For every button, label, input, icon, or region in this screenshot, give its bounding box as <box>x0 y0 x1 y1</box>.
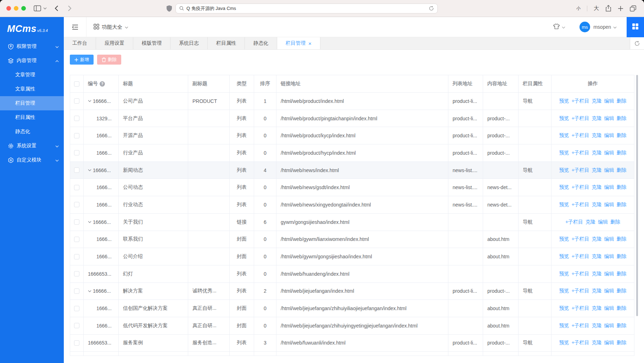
forward-button[interactable] <box>68 5 72 11</box>
chevron-down-icon[interactable] <box>613 24 617 30</box>
edit-link[interactable]: 编辑 <box>598 219 608 225</box>
tab[interactable]: 工作台 <box>64 37 96 49</box>
row-checkbox[interactable] <box>74 150 79 155</box>
row-checkbox[interactable] <box>74 202 79 207</box>
tab-close-icon[interactable]: × <box>308 41 312 46</box>
edit-link[interactable]: 编辑 <box>604 340 614 346</box>
clone-link[interactable]: 克隆 <box>586 219 595 225</box>
clone-link[interactable]: 克隆 <box>592 288 602 294</box>
sidebar-item-article-attr[interactable]: 文章属性 <box>0 82 64 96</box>
tab[interactable]: 模版管理 <box>133 37 170 49</box>
clone-link[interactable]: 克隆 <box>592 115 602 122</box>
row-checkbox[interactable] <box>74 219 79 225</box>
preview-link[interactable]: 预览 <box>559 184 569 191</box>
expand-caret-icon[interactable] <box>88 169 91 171</box>
apps-grid-button[interactable] <box>627 17 644 37</box>
add-button[interactable]: 新增 <box>70 55 94 65</box>
clone-link[interactable]: 克隆 <box>592 150 602 156</box>
edit-link[interactable]: 编辑 <box>604 253 614 260</box>
preview-link[interactable]: 预览 <box>559 288 569 294</box>
preview-link[interactable]: 预览 <box>559 167 569 174</box>
font-larger-button[interactable]: 大 <box>594 5 599 12</box>
minimize-window-button[interactable] <box>14 6 18 11</box>
edit-link[interactable]: 编辑 <box>604 271 614 277</box>
clone-link[interactable]: 克隆 <box>592 202 602 208</box>
sidebar-chevron-icon[interactable] <box>43 7 47 10</box>
clone-link[interactable]: 克隆 <box>592 253 602 260</box>
add-subcolumn-link[interactable]: +子栏目 <box>571 340 589 346</box>
clone-link[interactable]: 克隆 <box>592 167 602 174</box>
add-subcolumn-link[interactable]: +子栏目 <box>571 323 589 329</box>
app-menu-selector[interactable]: 功能大全 <box>94 24 128 31</box>
edit-link[interactable]: 编辑 <box>604 150 614 156</box>
row-checkbox[interactable] <box>74 133 79 138</box>
add-subcolumn-link[interactable]: +子栏目 <box>571 236 589 242</box>
expand-caret-icon[interactable] <box>88 100 91 102</box>
tab-overview-icon[interactable] <box>630 5 636 12</box>
row-checkbox[interactable] <box>74 185 79 190</box>
add-subcolumn-link[interactable]: +子栏目 <box>565 219 583 225</box>
row-checkbox[interactable] <box>74 288 79 294</box>
tab[interactable]: 应用设置 <box>96 37 133 49</box>
sidebar-item-content-mgmt[interactable]: 内容管理 <box>0 54 64 68</box>
zoom-window-button[interactable] <box>21 6 26 11</box>
close-window-button[interactable] <box>6 6 11 11</box>
delete-link[interactable]: 删除 <box>617 340 627 346</box>
delete-link[interactable]: 删除 <box>610 219 620 225</box>
add-subcolumn-link[interactable]: +子栏目 <box>571 167 589 174</box>
edit-link[interactable]: 编辑 <box>604 236 614 242</box>
delete-link[interactable]: 删除 <box>617 132 627 139</box>
row-checkbox[interactable] <box>74 306 79 311</box>
tab[interactable]: 系统日志 <box>170 37 208 49</box>
sidebar-item-column-mgmt[interactable]: 栏目管理 <box>0 96 64 110</box>
clone-link[interactable]: 克隆 <box>592 271 602 277</box>
delete-link[interactable]: 删除 <box>617 288 627 294</box>
back-button[interactable] <box>55 5 58 11</box>
row-checkbox[interactable] <box>74 98 79 104</box>
add-subcolumn-link[interactable]: +子栏目 <box>571 115 589 122</box>
preview-link[interactable]: 预览 <box>559 115 569 122</box>
delete-button[interactable]: 删除 <box>97 55 121 65</box>
delete-link[interactable]: 删除 <box>617 167 627 174</box>
delete-link[interactable]: 删除 <box>617 202 627 208</box>
sidebar-item-system[interactable]: 系统设置 <box>0 139 64 153</box>
delete-link[interactable]: 删除 <box>617 98 627 104</box>
add-subcolumn-link[interactable]: +子栏目 <box>571 150 589 156</box>
privacy-shield-icon[interactable] <box>167 5 172 12</box>
edit-link[interactable]: 编辑 <box>604 202 614 208</box>
preview-link[interactable]: 预览 <box>559 236 569 242</box>
row-checkbox[interactable] <box>74 254 79 259</box>
edit-link[interactable]: 编辑 <box>604 167 614 174</box>
preview-link[interactable]: 预览 <box>559 323 569 329</box>
tab[interactable]: 栏目属性 <box>208 37 245 49</box>
browser-sidebar-toggle-icon[interactable] <box>34 5 41 11</box>
row-checkbox[interactable] <box>74 340 79 346</box>
sidebar-item-permission[interactable]: 权限管理 <box>0 39 64 54</box>
font-smaller-button[interactable]: 小 <box>576 5 581 11</box>
preview-link[interactable]: 预览 <box>559 305 569 312</box>
delete-link[interactable]: 删除 <box>617 253 627 260</box>
sidebar-item-article-mgmt[interactable]: 文章管理 <box>0 68 64 82</box>
edit-link[interactable]: 编辑 <box>604 288 614 294</box>
add-subcolumn-link[interactable]: +子栏目 <box>571 98 589 104</box>
delete-link[interactable]: 删除 <box>617 271 627 277</box>
collapse-sidebar-icon[interactable] <box>64 17 86 37</box>
delete-link[interactable]: 删除 <box>617 115 627 122</box>
new-tab-icon[interactable] <box>618 6 623 11</box>
sidebar-item-staticize[interactable]: 静态化 <box>0 125 64 139</box>
clone-link[interactable]: 克隆 <box>592 323 602 329</box>
refresh-tab-button[interactable] <box>630 37 644 49</box>
sidebar-item-column-attr[interactable]: 栏目属性 <box>0 110 64 125</box>
add-subcolumn-link[interactable]: +子栏目 <box>571 271 589 277</box>
clone-link[interactable]: 克隆 <box>592 236 602 242</box>
clone-link[interactable]: 克隆 <box>592 184 602 191</box>
row-checkbox[interactable] <box>74 237 79 242</box>
preview-link[interactable]: 预览 <box>559 202 569 208</box>
delete-link[interactable]: 删除 <box>617 323 627 329</box>
edit-link[interactable]: 编辑 <box>604 323 614 329</box>
row-checkbox[interactable] <box>74 271 79 276</box>
preview-link[interactable]: 预览 <box>559 98 569 104</box>
add-subcolumn-link[interactable]: +子栏目 <box>571 288 589 294</box>
add-subcolumn-link[interactable]: +子栏目 <box>571 253 589 260</box>
select-all-checkbox[interactable] <box>74 81 79 87</box>
